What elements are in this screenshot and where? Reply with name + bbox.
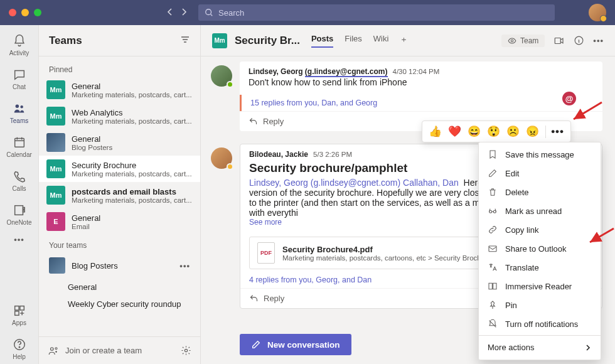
- search-input[interactable]: Search: [198, 4, 555, 21]
- menu-copy-link[interactable]: Copy link: [479, 220, 601, 239]
- svg-point-13: [511, 40, 513, 42]
- reaction-laugh[interactable]: 😄: [468, 125, 481, 138]
- trash-icon: [488, 187, 498, 197]
- team-item-blog-posters[interactable]: Blog Posters •••: [39, 252, 200, 279]
- tab-posts[interactable]: Posts: [311, 34, 333, 48]
- post-author[interactable]: Bilodeau, Jackie: [249, 150, 308, 159]
- post-timestamp: 4/30 12:04 PM: [393, 68, 440, 75]
- tab-wiki[interactable]: Wiki: [373, 34, 389, 48]
- join-team-link[interactable]: Join or create a team: [65, 346, 174, 355]
- rail-calendar[interactable]: Calendar: [0, 132, 39, 162]
- compose-icon: [251, 340, 261, 350]
- team-channel-general[interactable]: General: [39, 279, 200, 296]
- chevron-right-icon: [584, 344, 592, 351]
- svg-point-12: [184, 349, 187, 351]
- minimize-window-icon[interactable]: [21, 9, 29, 16]
- calendar-icon: [13, 136, 26, 149]
- forward-button[interactable]: [181, 8, 187, 18]
- meet-icon[interactable]: [554, 35, 565, 46]
- menu-mark-unread[interactable]: Mark as unread: [479, 201, 601, 220]
- svg-point-0: [206, 9, 211, 15]
- teams-sidebar: Teams Pinned Mm GeneralMarketing materia…: [39, 25, 201, 364]
- close-window-icon[interactable]: [9, 9, 16, 16]
- menu-turn-off-notifications[interactable]: Turn off notifications: [479, 314, 601, 333]
- filter-button[interactable]: [180, 35, 190, 46]
- reaction-like[interactable]: 👍: [429, 125, 442, 138]
- author-avatar[interactable]: [211, 65, 232, 87]
- svg-point-2: [20, 105, 23, 108]
- rail-onenote[interactable]: OneNote: [0, 200, 39, 230]
- title-bar: Search: [0, 0, 615, 25]
- maximize-window-icon[interactable]: [34, 9, 41, 16]
- svg-rect-7: [14, 311, 18, 315]
- rail-calls[interactable]: Calls: [0, 166, 39, 196]
- pinned-label: Pinned: [39, 59, 200, 77]
- reply-icon: [249, 117, 258, 126]
- new-conversation-button[interactable]: New conversation: [240, 334, 351, 355]
- svg-rect-4: [14, 206, 23, 215]
- pin-icon: [488, 300, 498, 310]
- replies-summary[interactable]: 15 replies from you, Dan, and Georg: [240, 95, 602, 111]
- menu-save-message[interactable]: Save this message: [479, 145, 601, 164]
- channel-header: Mm Security Br... Posts Files Wiki ＋ Tea…: [201, 25, 615, 56]
- current-user-avatar[interactable]: [589, 4, 606, 21]
- glasses-icon: [488, 206, 498, 216]
- reaction-heart[interactable]: ❤️: [448, 125, 461, 138]
- add-tab-button[interactable]: ＋: [400, 34, 408, 48]
- svg-point-9: [19, 346, 19, 347]
- your-teams-label: Your teams: [39, 235, 200, 252]
- channel-item-security-brochure[interactable]: Mm Security BrochureMarketing materials,…: [39, 156, 200, 182]
- svg-rect-5: [14, 306, 18, 310]
- channel-item-postcards[interactable]: Mm postcards and email blastsMarketing m…: [39, 182, 200, 208]
- rail-more[interactable]: •••: [0, 233, 39, 245]
- reaction-sad[interactable]: ☹️: [506, 125, 520, 138]
- menu-delete[interactable]: Delete: [479, 183, 601, 201]
- join-team-icon: [48, 345, 59, 356]
- mention-link[interactable]: Lindsey, Georg (g.lindsey@cgnet.com) Cal…: [249, 178, 459, 188]
- chat-icon: [13, 68, 26, 82]
- teams-icon: [13, 102, 26, 115]
- info-icon[interactable]: [574, 35, 584, 46]
- rail-teams[interactable]: Teams: [0, 98, 39, 128]
- menu-pin[interactable]: Pin: [479, 296, 601, 314]
- reaction-bar: 👍 ❤️ 😄 😲 ☹️ 😠 •••: [422, 120, 571, 142]
- attachment-path: Marketing materials, postcards, cartoons…: [282, 254, 488, 262]
- menu-translate[interactable]: Translate: [479, 258, 601, 277]
- pdf-icon: PDF: [257, 242, 275, 264]
- sidebar-title: Teams: [49, 35, 82, 47]
- channel-item-general-email[interactable]: E GeneralEmail: [39, 208, 200, 235]
- author-avatar[interactable]: [211, 147, 232, 169]
- message-more-button[interactable]: •••: [545, 126, 564, 138]
- team-more-button[interactable]: •••: [179, 261, 190, 270]
- channel-title: Security Br...: [235, 35, 300, 47]
- menu-immersive-reader[interactable]: Immersive Reader: [479, 277, 601, 296]
- link-icon: [488, 225, 498, 235]
- rail-chat[interactable]: Chat: [0, 64, 39, 94]
- rail-help[interactable]: Help: [0, 334, 39, 364]
- team-channel-weekly[interactable]: Weekly Cyber security roundup: [39, 296, 200, 313]
- menu-more-actions[interactable]: More actions: [479, 338, 601, 357]
- attachment-filename: Security Brochure4.pdf: [282, 245, 488, 254]
- svg-rect-18: [489, 246, 496, 252]
- menu-edit[interactable]: Edit: [479, 164, 601, 183]
- rail-apps[interactable]: Apps: [0, 300, 39, 330]
- bell-off-icon: [488, 319, 498, 329]
- bookmark-icon: [488, 149, 498, 159]
- post-author[interactable]: Lindsey, Georg (g.lindsey@cgnet.com): [249, 67, 388, 77]
- channel-item-web-analytics[interactable]: Mm Web AnalyticsMarketing materials, pos…: [39, 103, 200, 129]
- svg-rect-14: [555, 38, 561, 43]
- channel-item-general-marketing[interactable]: Mm GeneralMarketing materials, postcards…: [39, 77, 200, 103]
- onenote-icon: [13, 203, 26, 217]
- tab-files[interactable]: Files: [345, 34, 361, 48]
- menu-share-outlook[interactable]: Share to Outlook: [479, 239, 601, 258]
- book-icon: [488, 281, 498, 291]
- rail-activity[interactable]: Activity: [0, 30, 39, 60]
- settings-icon[interactable]: [181, 345, 191, 356]
- post-body-text: Don't know how to send link from iPhone: [249, 77, 594, 87]
- reaction-angry[interactable]: 😠: [526, 125, 539, 138]
- channel-item-general-blog[interactable]: GeneralBlog Posters: [39, 129, 200, 156]
- back-button[interactable]: [167, 8, 173, 18]
- channel-more-button[interactable]: •••: [593, 36, 604, 45]
- team-visibility-pill[interactable]: Team: [501, 35, 545, 47]
- reaction-surprised[interactable]: 😲: [487, 125, 500, 138]
